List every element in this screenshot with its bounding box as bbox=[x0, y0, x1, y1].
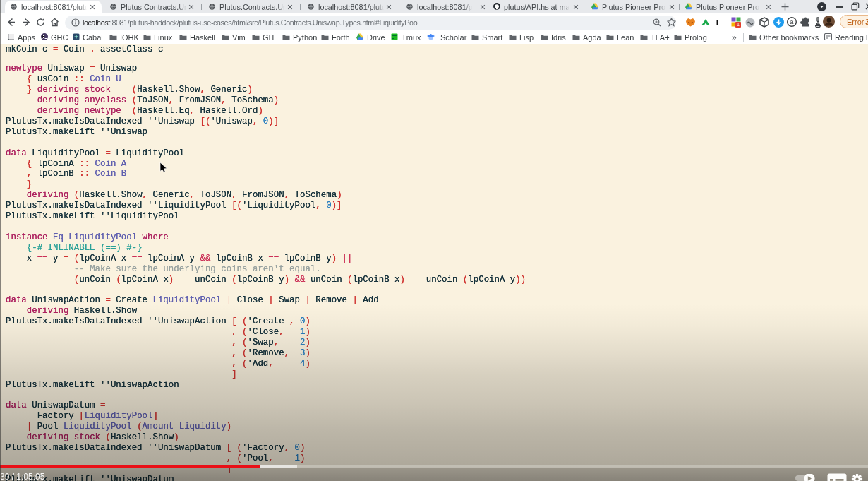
svg-text:a: a bbox=[790, 18, 793, 25]
svg-text:1: 1 bbox=[737, 22, 740, 27]
